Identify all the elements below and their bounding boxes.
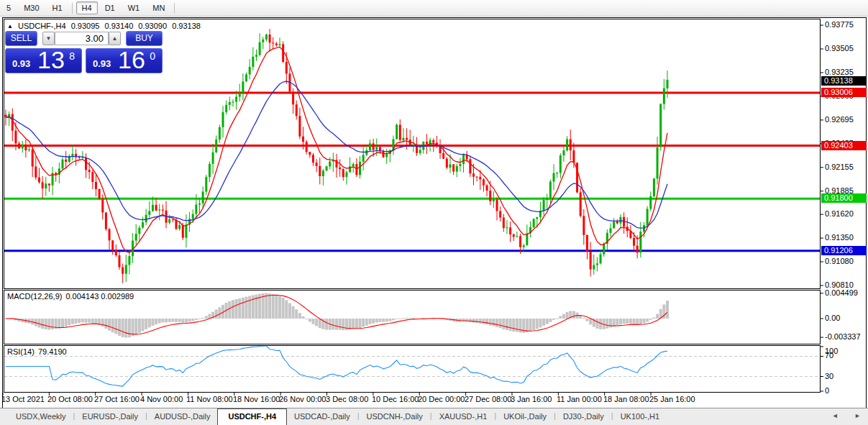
- sell-price-prefix: 0.93: [12, 58, 30, 69]
- buy-button[interactable]: BUY: [126, 31, 163, 46]
- date-axis-label: 4 Nov 00:00: [140, 395, 183, 403]
- price-axis-tick: 0.91620: [825, 209, 854, 218]
- tab-scroll-right-icon[interactable]: ►: [854, 412, 861, 419]
- rsi-panel: [4, 346, 821, 393]
- price-level-tag: 0.91800: [821, 193, 867, 203]
- date-axis-label: 3 Dec 08:00: [326, 395, 368, 403]
- buy-price-display[interactable]: 0.93 16 0: [86, 48, 163, 73]
- mt4-window: 5M30H1H4D1W1MN ▲ USDCHF-,H4 0.93095 0.93…: [0, 0, 868, 425]
- chart-tab-dj30-daily[interactable]: DJ30-,Daily: [556, 408, 611, 425]
- price-axis-tick: 0.91080: [825, 257, 854, 265]
- one-click-trading-panel: SELL ▼ ▲ BUY 0.93 13 8 0.93 16 0: [5, 30, 163, 74]
- rsi-axis-tick: 0: [825, 386, 829, 395]
- volume-input[interactable]: [55, 32, 109, 45]
- tab-scroll-left-icon[interactable]: ◄: [832, 412, 839, 419]
- rsi-indicator-label: RSI(14)79.4190: [7, 347, 70, 356]
- macd-indicator-label: MACD(12,26,9)0.004143 0.002989: [7, 292, 137, 301]
- chart-tab-bar: USDX,Weekly|EURUSD-,Daily|AUDUSD-,DailyU…: [0, 408, 868, 425]
- price-level-tag: 0.93006: [821, 88, 867, 97]
- price-level-tag: 0.92403: [821, 141, 867, 150]
- ohlc-high: 0.93140: [105, 22, 134, 30]
- price-axis-tick: 0.91350: [825, 233, 854, 242]
- date-axis-label: 27 Oct 16:00: [94, 395, 140, 403]
- ohlc-open: 0.93095: [71, 22, 100, 30]
- collapse-arrow-icon[interactable]: ▲: [7, 23, 13, 29]
- buy-price-big: 16: [118, 46, 145, 74]
- chart-tab-uk100-h1[interactable]: UK100-,H1: [613, 408, 667, 425]
- price-axis-tick: 0.93235: [825, 68, 854, 76]
- date-axis-label: 10 Dec 16:00: [372, 395, 419, 403]
- chart-tab-ukoil-daily[interactable]: UKOil-,Daily: [496, 408, 554, 425]
- buy-price-pip: 0: [150, 50, 155, 62]
- volume-up-button[interactable]: ▲: [109, 32, 121, 45]
- date-axis-label: 18 Nov 16:00: [233, 395, 280, 403]
- date-axis-label: 25 Jan 16:00: [649, 395, 695, 403]
- ohlc-close: 0.93138: [172, 22, 201, 30]
- sell-price-pip: 8: [69, 50, 75, 62]
- chart-tab-usdcad-daily[interactable]: USDCAD-,Daily: [287, 408, 357, 425]
- date-axis-label: 27 Dec 08:00: [465, 395, 511, 403]
- chart-tab-xauusd-h1[interactable]: XAUUSD-,H1: [432, 408, 495, 425]
- tab-scroll-arrows: ◄ ►: [818, 412, 861, 419]
- rsi-axis-tick: 30: [825, 372, 833, 380]
- ohlc-low: 0.93090: [138, 22, 167, 30]
- price-level-tag: 0.91206: [821, 246, 867, 255]
- price-axis-tick: 0.92695: [825, 115, 854, 124]
- sell-price-big: 13: [37, 46, 65, 74]
- symbol-label: USDCHF-,H4: [18, 22, 66, 30]
- volume-down-button[interactable]: ▼: [42, 32, 55, 45]
- date-axis-label: 26 Nov 00:00: [279, 395, 326, 403]
- date-axis-label: 20 Oct 08:00: [47, 395, 93, 403]
- chart-tab-audusd-daily[interactable]: AUDUSD-,Daily: [147, 408, 218, 425]
- macd-axis-tick: 0.00: [825, 314, 840, 322]
- sell-price-display[interactable]: 0.93 13 8: [5, 48, 82, 73]
- chart-tab-usdx-weekly[interactable]: USDX,Weekly: [9, 408, 73, 425]
- price-axis-tick: 0.93505: [825, 44, 854, 52]
- buy-price-prefix: 0.93: [93, 58, 111, 69]
- date-axis-label: 11 Jan 00:00: [557, 395, 602, 403]
- symbol-ohlc-line: ▲ USDCHF-,H4 0.93095 0.93140 0.93090 0.9…: [7, 22, 204, 30]
- date-axis-label: 13 Oct 2021: [1, 395, 45, 403]
- level-lines-group: [4, 93, 820, 251]
- sell-button[interactable]: SELL: [5, 31, 37, 46]
- macd-axis-tick: 0.004499: [825, 288, 858, 297]
- rsi-axis-tick: 70: [825, 351, 833, 360]
- date-axis-label: 20 Dec 00:00: [418, 395, 465, 403]
- price-axis-tick: 0.92155: [825, 163, 854, 171]
- date-axis-label: 3 Jan 16:00: [511, 395, 552, 403]
- chart-tab-eurusd-daily[interactable]: EURUSD-,Daily: [75, 408, 145, 425]
- chart-tab-usdchf-h4[interactable]: USDCHF-,H4: [217, 408, 287, 425]
- price-axis-tick: 0.93775: [825, 20, 854, 29]
- macd-axis-tick: -0.003337: [825, 332, 861, 341]
- current-price-tag: 0.93138: [821, 76, 867, 86]
- date-axis-label: 18 Jan 08:00: [603, 395, 649, 403]
- date-axis-label: 11 Nov 08:00: [186, 395, 233, 403]
- chart-tab-usdcnh-daily[interactable]: USDCNH-,Daily: [360, 408, 430, 425]
